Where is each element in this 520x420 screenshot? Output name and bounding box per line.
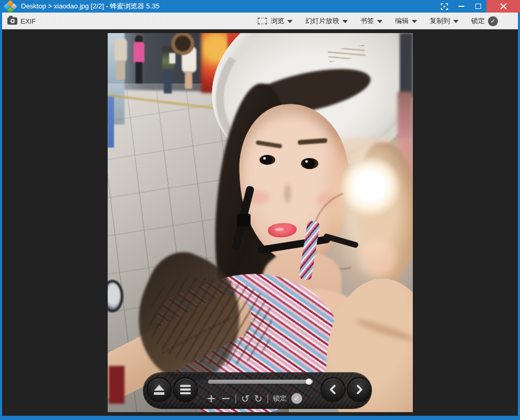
photo-layer-eye-glint (305, 160, 308, 163)
hamburger-icon (180, 385, 191, 394)
window-title: Desktop > xiaodao.jpg [2/2] - 蜂蜜浏览器 5.35 (21, 2, 159, 11)
photo-layer-eye (301, 158, 318, 169)
lock-check-icon: ✓ (488, 16, 498, 26)
viewer-area[interactable]: + − ↺ ↻ 锁定 ✓ (2, 29, 518, 416)
menu-browse-label: 浏览 (271, 16, 284, 26)
rotate-ccw-button[interactable]: ↺ (241, 393, 249, 404)
fit-window-icon (257, 17, 267, 25)
position-slider-track[interactable] (208, 380, 313, 384)
minimize-icon (459, 6, 464, 7)
exif-button[interactable]: EXIF (2, 13, 42, 29)
open-file-button[interactable] (148, 379, 170, 401)
eject-icon (154, 385, 164, 395)
titlebar[interactable]: Desktop > xiaodao.jpg [2/2] - 蜂蜜浏览器 5.35 (0, 0, 520, 13)
menu-slideshow-label: 幻灯片放映 (305, 16, 339, 26)
photo-layer-pedestrian (169, 53, 175, 64)
honeyview-window: Desktop > xiaodao.jpg [2/2] - 蜂蜜浏览器 5.35… (0, 0, 520, 420)
next-image-button[interactable] (348, 379, 370, 401)
controlbar-lock-check-icon[interactable]: ✓ (292, 393, 302, 404)
chevron-down-icon (287, 20, 293, 23)
close-button[interactable] (486, 0, 520, 13)
divider (267, 394, 268, 403)
menu-bookmarks[interactable]: 书签 (354, 16, 389, 26)
menu-edit[interactable]: 编辑 (389, 16, 423, 26)
photo-layer-nose (284, 184, 291, 203)
chevron-down-icon (412, 20, 417, 23)
photo-layer-pedestrian (164, 70, 172, 93)
exif-label: EXIF (20, 17, 36, 25)
close-icon (500, 3, 507, 9)
photo-layer-eye (259, 155, 275, 165)
menu-copy-to[interactable]: 复制到 (423, 16, 465, 26)
camera-icon (7, 17, 17, 25)
lock-label: 锁定 (471, 16, 485, 26)
photo-layer-background (400, 33, 413, 97)
zoom-out-button[interactable]: − (221, 393, 230, 404)
menu-browse[interactable]: 浏览 (251, 16, 299, 26)
controlbar-actions: + − ↺ ↻ 锁定 ✓ (206, 392, 319, 405)
divider (235, 394, 236, 403)
chevron-right-icon (355, 384, 363, 395)
app-logo-icon (4, 1, 16, 12)
photo-layer-pedestrian (185, 71, 192, 89)
zoom-in-button[interactable]: + (206, 393, 216, 404)
photo-layer-pedestrian (116, 60, 125, 80)
rotate-cw-button[interactable]: ↻ (254, 393, 263, 404)
fullscreen-icon (441, 3, 448, 10)
menu-button[interactable] (174, 379, 196, 401)
position-slider[interactable] (208, 377, 313, 386)
photo-image[interactable] (108, 33, 413, 412)
photo-layer-pedestrian (136, 62, 142, 83)
photo-layer-pedestrian (133, 42, 144, 64)
photo-layer-pedestrian (115, 38, 127, 62)
menu-edit-label: 编辑 (395, 16, 409, 26)
chevron-down-icon (453, 20, 459, 23)
minimize-button[interactable] (453, 0, 470, 13)
photo-layer-lips (275, 228, 284, 231)
viewer-controlbar: + − ↺ ↻ 锁定 ✓ (143, 373, 371, 408)
lock-toggle[interactable]: 锁定 ✓ (465, 16, 504, 26)
fullscreen-button[interactable] (436, 0, 453, 13)
toolbar: EXIF 浏览 幻灯片放映 书签 编辑 (2, 13, 518, 29)
maximize-button[interactable] (470, 0, 486, 13)
photo-layer-eye-glint (263, 157, 266, 160)
photo-layer-round-window (171, 33, 194, 55)
window-controls (436, 0, 520, 13)
chevron-left-icon (329, 384, 337, 395)
zoom-slider-thumb[interactable] (306, 379, 312, 385)
chevron-down-icon (377, 20, 382, 23)
menu-slideshow[interactable]: 幻灯片放映 (299, 16, 354, 26)
chevron-down-icon (342, 20, 348, 23)
controlbar-lock-label: 锁定 (273, 394, 287, 403)
toolbar-menus: 浏览 幻灯片放映 书签 编辑 复制到 锁定 ✓ (251, 16, 504, 26)
menu-bookmarks-label: 书签 (360, 16, 374, 26)
maximize-icon (475, 4, 481, 9)
menu-copy-to-label: 复制到 (430, 16, 450, 26)
photo-layer-strap-buckle (237, 214, 251, 226)
previous-image-button[interactable] (322, 379, 344, 401)
photo-layer-scooter (109, 366, 124, 404)
